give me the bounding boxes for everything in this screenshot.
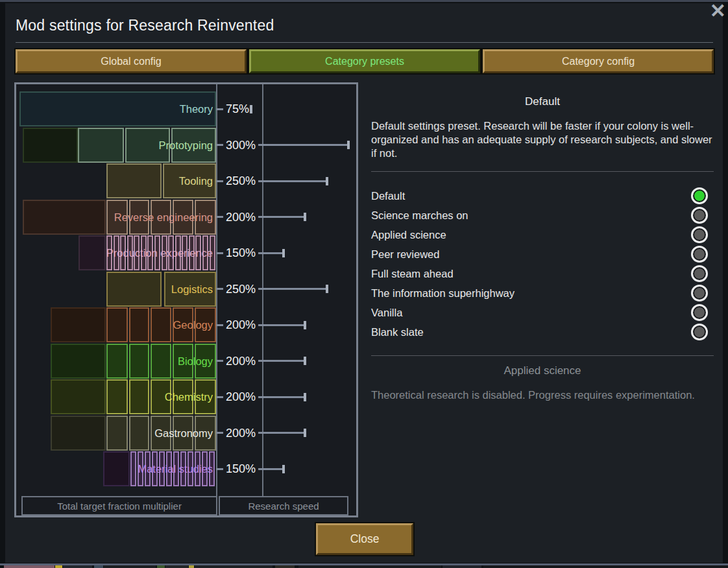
bar-segment-chemistry [51,379,106,414]
bar-segment-production-experience [141,235,147,270]
bar-segment-material-studies [159,451,165,486]
radio-unselected-icon[interactable] [691,285,708,302]
bar-segment-material-studies [152,451,158,486]
tab-category-presets[interactable]: Category presets [249,49,480,73]
bar-segment-theory [19,91,216,126]
bar-segment-reverse-engineering [106,200,128,235]
radio-unselected-icon[interactable] [691,304,708,321]
bar-segment-gastronomy [173,416,193,451]
radio-unselected-icon[interactable] [691,226,708,243]
preset-divider-top [371,171,714,172]
research-speed-value-prototyping: 300% [223,137,258,153]
preset-option-peer-reviewed[interactable]: Peer reviewed [371,244,714,264]
preset-option-label: Vanilla [371,307,402,319]
bar-segment-geology [129,307,149,342]
tab-global-config[interactable]: Global config [16,49,247,73]
research-speed-slider-handle-geology[interactable] [304,321,306,329]
research-speed-slider-handle-theory[interactable] [250,105,252,113]
research-speed-value-gastronomy: 200% [223,425,258,441]
bar-segment-tooling [163,163,216,198]
bar-segment-gastronomy [51,416,106,451]
preset-option-label: The information superhighway [371,287,515,300]
research-speed-slider-handle-logistics[interactable] [326,285,328,293]
tab-category-config[interactable]: Category config [483,49,714,73]
radio-unselected-icon[interactable] [691,265,708,282]
game-strip-segment-1 [55,565,62,568]
preset-option-vanilla[interactable]: Vanilla [371,303,714,322]
bar-segment-geology [51,307,106,342]
bar-segment-production-experience [202,235,208,270]
game-strip-segment-4 [104,565,156,568]
bar-segment-geology [173,307,193,342]
radio-unselected-icon[interactable] [691,207,708,224]
preset-option-applied-science[interactable]: Applied science [371,225,714,244]
bar-segment-reverse-engineering [151,200,171,235]
research-speed-value-material-studies: 150% [223,461,258,477]
game-strip-segment-9 [275,565,295,568]
footer-research-speed-label: Research speed [219,496,348,515]
hovered-preset-title: Applied science [371,364,714,377]
research-speed-slider-handle-material-studies[interactable] [282,465,285,473]
research-speed-slider-handle-chemistry[interactable] [304,393,306,401]
radio-selected-icon[interactable] [691,187,708,204]
preset-option-label: Peer reviewed [371,248,439,261]
preset-option-label: Full steam ahead [371,268,454,280]
bar-segment-material-studies [145,451,151,486]
bar-segment-logistics [164,272,216,307]
bar-segment-material-studies [138,451,143,486]
bar-segment-biology [51,344,106,379]
bar-segment-production-experience [120,235,126,270]
game-strip-segment-11 [443,565,481,568]
page-title: Mod settings for Research Reinvented [16,17,274,34]
bar-segment-gastronomy [129,416,149,451]
bar-segment-biology [106,344,128,379]
bar-segment-material-studies [173,451,179,486]
bar-segment-material-studies [188,451,193,486]
bar-segment-reverse-engineering [173,200,193,235]
close-icon[interactable]: ✕ [710,0,726,22]
bar-segment-production-experience [162,235,167,270]
bar-segment-material-studies [130,451,136,486]
research-speed-slider-handle-reverse-engineering[interactable] [304,213,306,221]
bar-segment-production-experience [134,235,140,270]
bar-segment-production-experience [154,235,160,270]
bar-segment-material-studies [180,451,186,486]
research-speed-value-logistics: 250% [223,281,258,297]
bar-segment-production-experience [114,235,119,270]
selected-preset-description: Default settings preset. Research will b… [371,119,718,160]
game-strip-segment-8 [195,565,273,568]
research-speed-slider-handle-biology[interactable] [304,357,306,365]
bar-segment-logistics [106,272,162,307]
preset-option-full-steam-ahead[interactable]: Full steam ahead [371,264,714,283]
research-speed-slider-handle-production-experience[interactable] [282,249,285,257]
bar-segment-biology [173,344,193,379]
research-speed-value-reverse-engineering: 200% [223,209,258,225]
preset-option-default[interactable]: Default [371,186,714,206]
preset-divider-bottom [371,355,714,356]
preset-option-blank-slate[interactable]: Blank slate [371,322,714,342]
research-speed-value-geology: 200% [223,317,258,333]
game-strip-segment-6 [165,565,188,568]
bar-segment-chemistry [173,379,193,414]
chart-gridline-100pct [262,84,263,496]
preset-options-list: DefaultScience marches onApplied science… [371,186,714,342]
preset-option-science-marches-on[interactable]: Science marches on [371,206,714,225]
bar-segment-production-experience [168,235,174,270]
close-button[interactable]: Close [316,523,413,555]
game-strip-segment-10 [298,565,441,568]
preset-option-the-information-superhighway[interactable]: The information superhighway [371,283,714,303]
bar-segment-geology [106,307,128,342]
radio-unselected-icon[interactable] [691,324,708,340]
bar-segment-biology [195,344,216,379]
bar-segment-chemistry [106,379,128,414]
research-speed-slider-handle-tooling[interactable] [326,177,328,185]
bar-segment-tooling [106,163,162,198]
bar-segment-production-experience [175,235,181,270]
bar-segment-material-studies [103,451,130,486]
bar-segment-chemistry [195,379,216,414]
research-speed-slider-handle-gastronomy[interactable] [304,429,306,437]
bar-segment-material-studies [202,451,208,486]
footer-multiplier-label: Total target fraction multiplier [21,496,217,515]
radio-unselected-icon[interactable] [691,246,708,263]
research-speed-slider-handle-prototyping[interactable] [347,141,350,149]
